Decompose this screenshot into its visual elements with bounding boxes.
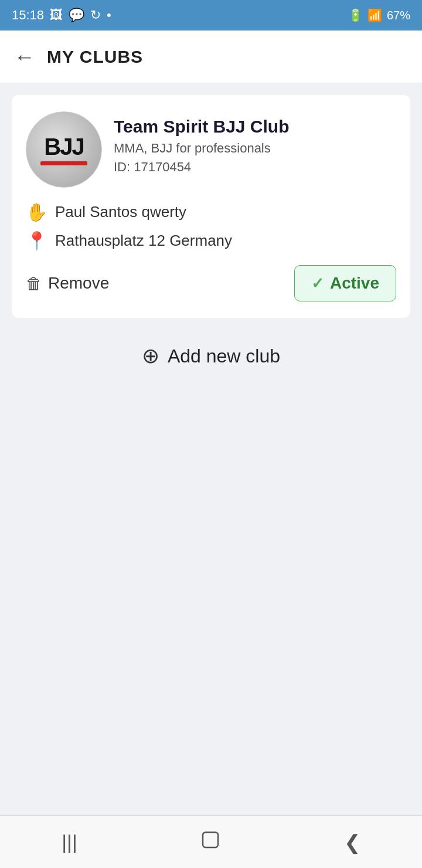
owner-icon: ✋ bbox=[26, 202, 47, 222]
owner-row: ✋ Paul Santos qwerty bbox=[26, 202, 396, 222]
club-subtitle: MMA, BJJ for professionals bbox=[114, 141, 396, 156]
status-wifi-icon: 📶 bbox=[367, 8, 382, 22]
owner-name: Paul Santos qwerty bbox=[55, 203, 186, 221]
club-avatar: BJJ bbox=[26, 111, 102, 188]
check-icon: ✓ bbox=[311, 274, 324, 293]
svg-rect-0 bbox=[203, 832, 218, 847]
back-nav-icon: ❮ bbox=[344, 830, 360, 854]
club-details: ✋ Paul Santos qwerty 📍 Rathausplatz 12 G… bbox=[26, 202, 396, 251]
club-name: Team Spirit BJJ Club bbox=[114, 116, 396, 137]
remove-button[interactable]: 🗑 Remove bbox=[26, 274, 109, 293]
bottom-nav: ||| ❮ bbox=[0, 815, 422, 868]
location-icon: 📍 bbox=[26, 230, 47, 251]
menu-icon: ||| bbox=[62, 830, 77, 853]
status-battery-icon: 🔋 bbox=[348, 8, 363, 22]
club-header: BJJ Team Spirit BJJ Club MMA, BJJ for pr… bbox=[26, 111, 396, 188]
main-content: BJJ Team Spirit BJJ Club MMA, BJJ for pr… bbox=[0, 83, 422, 396]
club-card: BJJ Team Spirit BJJ Club MMA, BJJ for pr… bbox=[12, 95, 410, 318]
active-label: Active bbox=[330, 274, 379, 293]
add-new-club-button[interactable]: ⊕ Add new club bbox=[12, 327, 410, 385]
status-dot-icon: • bbox=[107, 8, 111, 23]
status-time: 15:18 bbox=[12, 8, 44, 23]
status-sync-icon: ↻ bbox=[90, 8, 101, 23]
club-info: Team Spirit BJJ Club MMA, BJJ for profes… bbox=[114, 111, 396, 175]
club-logo-text: BJJ bbox=[44, 134, 83, 160]
status-right: 🔋 📶 67% bbox=[348, 8, 410, 22]
add-circle-icon: ⊕ bbox=[142, 344, 159, 368]
menu-button[interactable]: ||| bbox=[52, 821, 87, 863]
address-row: 📍 Rathausplatz 12 Germany bbox=[26, 230, 396, 251]
page-title: MY CLUBS bbox=[47, 47, 143, 67]
status-bar: 15:18 🖼 💬 ↻ • 🔋 📶 67% bbox=[0, 0, 422, 30]
status-photo-icon: 🖼 bbox=[50, 8, 63, 23]
trash-icon: 🗑 bbox=[26, 274, 42, 293]
address-text: Rathausplatz 12 Germany bbox=[55, 232, 232, 250]
club-id: ID: 17170454 bbox=[114, 160, 396, 175]
status-battery-percent: 67% bbox=[387, 9, 410, 22]
status-whatsapp-icon: 💬 bbox=[69, 8, 84, 23]
back-nav-button[interactable]: ❮ bbox=[335, 821, 370, 863]
status-left: 15:18 🖼 💬 ↻ • bbox=[12, 8, 111, 23]
add-club-label: Add new club bbox=[168, 345, 280, 367]
remove-label: Remove bbox=[48, 274, 109, 293]
nav-bar: ← MY CLUBS bbox=[0, 30, 422, 83]
home-icon bbox=[200, 830, 220, 855]
home-button[interactable] bbox=[191, 820, 230, 864]
actions-row: 🗑 Remove ✓ Active bbox=[26, 265, 396, 301]
back-button[interactable]: ← bbox=[14, 45, 35, 69]
active-badge: ✓ Active bbox=[294, 265, 396, 301]
